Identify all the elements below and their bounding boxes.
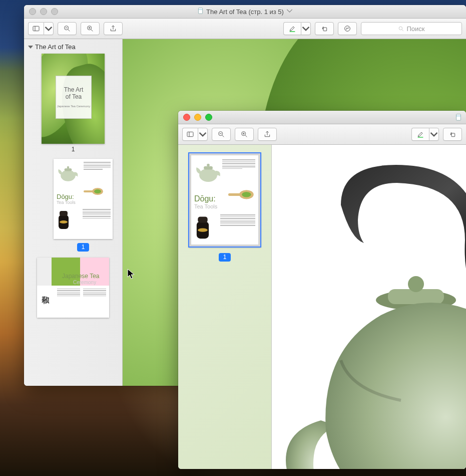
sidebar-title: The Art of Tea xyxy=(35,43,76,51)
cover-title-a: The Art xyxy=(64,86,84,93)
svg-rect-24 xyxy=(456,114,461,120)
svg-rect-43 xyxy=(198,216,207,222)
share-button[interactable] xyxy=(258,128,277,141)
titlebar[interactable]: The Art of Tea (стр. 1 из 5) xyxy=(24,5,466,19)
document-icon xyxy=(455,114,462,123)
svg-line-28 xyxy=(222,135,224,137)
page-label-1: 1 xyxy=(72,146,75,153)
close-button[interactable] xyxy=(183,114,190,121)
thumbnail-sidebar[interactable]: The Art of Tea The Art of Tea Japanese T… xyxy=(24,39,123,386)
svg-rect-37 xyxy=(204,166,213,170)
sidebar-toggle-button[interactable] xyxy=(182,128,198,141)
svg-rect-22 xyxy=(60,211,68,216)
toolbar: Поиск xyxy=(24,19,466,39)
mouse-cursor xyxy=(127,269,136,281)
svg-rect-19 xyxy=(84,190,94,192)
chevron-down-icon[interactable] xyxy=(286,8,293,16)
dogu-title: Dōgu: xyxy=(57,193,74,200)
svg-rect-1 xyxy=(33,26,39,31)
svg-rect-25 xyxy=(187,132,193,136)
dogu-title: Dōgu: xyxy=(194,194,216,203)
highlight-button[interactable] xyxy=(411,128,429,141)
svg-point-13 xyxy=(399,27,403,30)
svg-line-31 xyxy=(245,135,247,137)
page-thumbnail-2[interactable]: Dōgu: Tea Tools xyxy=(54,159,113,239)
svg-rect-35 xyxy=(451,133,455,137)
svg-point-36 xyxy=(199,168,217,182)
document-content[interactable] xyxy=(272,145,466,469)
highlight-menu-button[interactable] xyxy=(429,128,439,141)
svg-rect-40 xyxy=(228,193,241,196)
page-badge-1: 1 xyxy=(219,253,231,262)
search-placeholder: Поиск xyxy=(406,25,424,33)
sidebar-menu-button[interactable] xyxy=(198,128,208,141)
page-badge-2: 1 xyxy=(77,243,89,252)
dogu-subtitle: Tea Tools xyxy=(57,200,76,205)
zoom-in-button[interactable] xyxy=(235,128,254,141)
jtea-subtitle: Ceremony xyxy=(73,280,96,285)
svg-line-14 xyxy=(402,30,404,31)
svg-point-12 xyxy=(345,26,350,32)
rotate-button[interactable] xyxy=(315,22,334,35)
sidebar-header[interactable]: The Art of Tea xyxy=(24,42,122,54)
dogu-subtitle: Tea Tools xyxy=(194,203,217,209)
highlight-menu-button[interactable] xyxy=(301,22,311,35)
svg-point-38 xyxy=(207,164,210,167)
svg-rect-16 xyxy=(65,168,72,171)
search-input[interactable]: Поиск xyxy=(361,22,462,35)
markup-button[interactable] xyxy=(338,22,357,35)
svg-point-15 xyxy=(61,170,75,181)
titlebar[interactable] xyxy=(178,111,466,124)
minimize-button[interactable] xyxy=(194,114,201,121)
page-thumbnail-3[interactable]: Japanese Tea Ceremony 和敬 xyxy=(37,258,109,318)
disclosure-triangle-icon[interactable] xyxy=(28,46,33,49)
jtea-title: Japanese Tea xyxy=(62,273,100,280)
zoom-out-button[interactable] xyxy=(58,22,77,35)
svg-point-20 xyxy=(94,189,101,193)
kettle-image xyxy=(272,150,466,469)
sidebar-toggle-button[interactable] xyxy=(28,22,44,35)
svg-point-17 xyxy=(67,166,70,169)
cover-caption: Japanese Tea Ceremony xyxy=(57,105,91,108)
preview-window-front: Dōgu: Tea Tools 1 xyxy=(178,111,466,469)
svg-line-7 xyxy=(91,30,93,31)
svg-rect-0 xyxy=(199,8,203,14)
svg-point-23 xyxy=(60,220,68,223)
svg-line-4 xyxy=(68,30,70,31)
svg-point-47 xyxy=(408,276,424,292)
fullscreen-button[interactable] xyxy=(205,114,212,121)
cover-title-b: of Tea xyxy=(66,93,82,100)
thumbnail-sidebar[interactable]: Dōgu: Tea Tools 1 xyxy=(178,145,272,469)
svg-point-41 xyxy=(242,192,251,197)
zoom-in-button[interactable] xyxy=(81,22,100,35)
zoom-out-button[interactable] xyxy=(212,128,231,141)
svg-point-44 xyxy=(198,228,207,231)
highlight-button[interactable] xyxy=(283,22,301,35)
page-thumbnail-1[interactable]: The Art of Tea Japanese Tea Ceremony xyxy=(42,54,105,144)
svg-rect-11 xyxy=(323,28,327,31)
document-icon xyxy=(197,8,204,16)
toolbar xyxy=(178,124,466,145)
share-button[interactable] xyxy=(104,22,123,35)
window-controls xyxy=(183,114,212,121)
rotate-button[interactable] xyxy=(443,128,462,141)
page-thumbnail-1[interactable]: Dōgu: Tea Tools xyxy=(189,153,261,247)
title-text: The Art of Tea (стр. 1 из 5) xyxy=(206,8,284,16)
window-title: The Art of Tea (стр. 1 из 5) xyxy=(24,8,466,16)
sidebar-menu-button[interactable] xyxy=(44,22,54,35)
